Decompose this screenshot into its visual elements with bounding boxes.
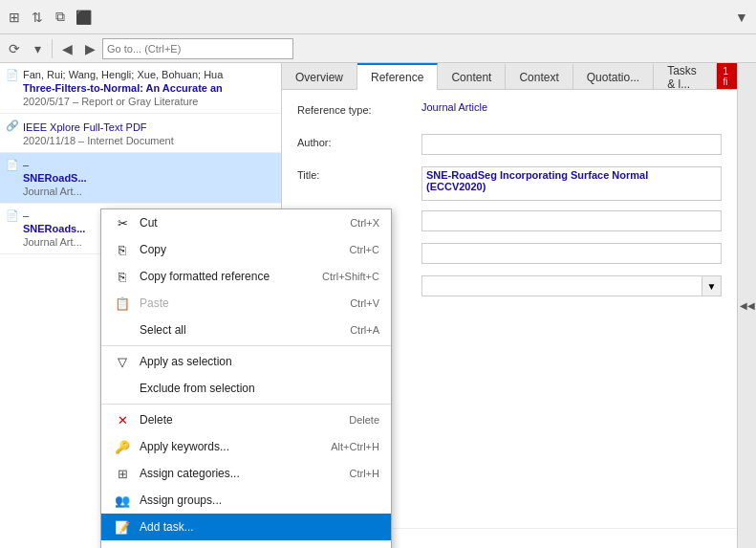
apply-keywords-icon: 🔑 <box>113 437 132 456</box>
list-item[interactable]: 🔗 IEEE Xplore Full-Text PDF 2020/11/18 –… <box>0 114 281 153</box>
tab-context[interactable]: Context <box>506 63 572 90</box>
toolbar-row2: ⟳ ▾ ◀ ▶ <box>0 34 756 63</box>
field-input-collaborators[interactable] <box>421 275 702 296</box>
ctx-sep-1 <box>101 345 391 346</box>
apply-selection-icon: ▽ <box>113 352 132 371</box>
field-label-type: Reference type: <box>297 101 421 116</box>
toolbar-icon-2[interactable]: ⇅ <box>27 7 48 28</box>
ctx-select-all-shortcut: Ctrl+A <box>350 324 379 336</box>
ref-sep-3: – <box>23 159 273 170</box>
copy-icon: ⎘ <box>113 240 132 259</box>
ctx-copy-label: Copy <box>140 243 350 256</box>
tab-quotation[interactable]: Quotatio... <box>573 63 654 90</box>
field-input-author[interactable] <box>421 134 722 155</box>
ctx-delete-shortcut: Delete <box>349 414 379 426</box>
ctx-copy-formatted[interactable]: ⎘ Copy formatted reference Ctrl+Shift+C <box>101 263 391 290</box>
tab-content[interactable]: Content <box>438 63 506 90</box>
right-sidebar: ◀◀ <box>737 63 756 548</box>
field-input-subtitle[interactable] <box>421 210 722 231</box>
ref-date-2: 2020/11/18 – Internet Document <box>23 135 273 146</box>
ref-title-1: Three-Filters-to-Normal: An Accurate an <box>23 82 273 94</box>
field-value-type: Journal Article <box>421 101 722 113</box>
ctx-copy-formatted-label: Copy formatted reference <box>140 270 322 283</box>
field-label-title: Title: <box>297 166 421 181</box>
ctx-apply-keywords-shortcut: Alt+Ctrl+H <box>331 441 379 452</box>
ctx-assign-groups-label: Assign groups... <box>140 493 379 507</box>
cut-icon: ✂ <box>113 213 132 232</box>
ref-title-3: SNERoadS... <box>23 172 273 184</box>
ctx-exclude-selection-label: Exclude from selection <box>140 382 379 395</box>
toolbar-sep <box>52 39 53 58</box>
ctx-select-all[interactable]: Select all Ctrl+A <box>101 317 391 343</box>
ctx-assign-categories-label: Assign categories... <box>140 467 350 480</box>
ctx-exclude-selection[interactable]: Exclude from selection <box>101 375 391 402</box>
ref-date-1: 2020/5/17 – Report or Gray Literature <box>23 96 273 107</box>
list-item[interactable]: 📄 – SNERoadS... Journal Art... <box>0 153 281 204</box>
ctx-sep-2 <box>101 404 391 405</box>
ctx-cut-label: Cut <box>140 216 350 230</box>
ctx-assign-groups[interactable]: 👥 Assign groups... <box>101 487 391 514</box>
ctx-select-all-label: Select all <box>140 323 350 337</box>
add-task-icon: 📝 <box>113 517 132 537</box>
ref-title-2: IEEE Xplore Full-Text PDF <box>23 121 273 133</box>
toolbar-row1: ⊞ ⇅ ⧉ ⬛ ▼ <box>0 0 756 34</box>
field-row-type: Reference type: Journal Article <box>297 101 722 124</box>
copy-formatted-icon: ⎘ <box>113 267 132 286</box>
paste-icon: 📋 <box>113 294 132 313</box>
ctx-apply-selection-label: Apply as selection <box>140 355 379 368</box>
ctx-assign-categories[interactable]: ⊞ Assign categories... Ctrl+H <box>101 460 391 487</box>
nav-back-button[interactable]: ◀ <box>56 38 77 59</box>
ctx-apply-keywords-label: Apply keywords... <box>140 440 331 453</box>
ctx-copy[interactable]: ⎘ Copy Ctrl+C <box>101 236 391 263</box>
ref-subtitle-3: Journal Art... <box>23 186 273 197</box>
ctx-red-label[interactable]: Red label ▶ <box>101 540 391 548</box>
toolbar-icon-4[interactable]: ⬛ <box>73 7 94 28</box>
toolbar-icon-1[interactable]: ⊞ <box>4 7 25 28</box>
field-label-author: Author: <box>297 134 421 148</box>
field-row-title: Title: SNE-RoadSeg Incorporating Surface… <box>297 166 722 201</box>
nav-dropdown-button[interactable]: ▾ <box>27 38 48 59</box>
red-label-icon <box>113 544 132 548</box>
tab-tasks[interactable]: Tasks & l... <box>654 63 717 90</box>
context-menu: ✂ Cut Ctrl+X ⎘ Copy Ctrl+C ⎘ Copy format… <box>100 208 392 548</box>
ctx-paste: 📋 Paste Ctrl+V <box>101 290 391 317</box>
right-badge[interactable]: 1 fi <box>717 63 737 89</box>
ctx-apply-keywords[interactable]: 🔑 Apply keywords... Alt+Ctrl+H <box>101 433 391 460</box>
field-collaborators-wrapper: ▼ <box>421 275 722 296</box>
ref-authors-1: Fan, Rui; Wang, Hengli; Xue, Bohuan; Hua <box>23 69 273 80</box>
assign-groups-icon: 👥 <box>113 491 132 510</box>
ctx-add-task[interactable]: 📝 Add task... <box>101 514 391 540</box>
sidebar-collapse-arrow[interactable]: ◀◀ <box>740 296 755 315</box>
nav-fwd-button[interactable]: ▶ <box>79 38 100 59</box>
ctx-cut-shortcut: Ctrl+X <box>350 217 379 229</box>
field-value-title[interactable]: SNE-RoadSeg Incorporating Surface Normal… <box>421 166 722 201</box>
ctx-add-task-label: Add task... <box>140 520 379 534</box>
ctx-assign-categories-shortcut: Ctrl+H <box>350 468 379 479</box>
app-container: ⊞ ⇅ ⧉ ⬛ ▼ ⟳ ▾ ◀ ▶ 📄 Fan, Rui; Wang, Heng… <box>0 0 756 548</box>
list-item[interactable]: 📄 Fan, Rui; Wang, Hengli; Xue, Bohuan; H… <box>0 63 281 114</box>
ref-icon-1: 📄 <box>6 69 19 81</box>
nav-refresh-button[interactable]: ⟳ <box>4 38 25 59</box>
tab-reference[interactable]: Reference <box>357 63 438 90</box>
select-all-icon <box>113 320 132 340</box>
ctx-cut[interactable]: ✂ Cut Ctrl+X <box>101 209 391 236</box>
assign-categories-icon: ⊞ <box>113 464 132 483</box>
ref-icon-3: 📄 <box>6 159 19 171</box>
ctx-copy-formatted-shortcut: Ctrl+Shift+C <box>322 271 379 282</box>
delete-icon: ✕ <box>113 410 132 429</box>
collaborators-dropdown-button[interactable]: ▼ <box>702 275 722 296</box>
go-to-input[interactable] <box>102 38 293 59</box>
ctx-paste-shortcut: Ctrl+V <box>350 297 379 309</box>
ctx-delete-label: Delete <box>140 413 349 427</box>
ref-icon-4: 📄 <box>6 209 19 222</box>
tab-overview[interactable]: Overview <box>282 63 357 90</box>
ctx-copy-shortcut: Ctrl+C <box>350 244 379 255</box>
ctx-paste-label: Paste <box>140 296 350 310</box>
ctx-delete[interactable]: ✕ Delete Delete <box>101 406 391 433</box>
filter-icon[interactable]: ▼ <box>731 7 752 28</box>
exclude-selection-icon <box>113 379 132 398</box>
field-input-title-supplement[interactable] <box>421 243 722 264</box>
field-row-author: Author: <box>297 134 722 157</box>
ctx-apply-selection[interactable]: ▽ Apply as selection <box>101 348 391 375</box>
toolbar-icon-3[interactable]: ⧉ <box>50 7 71 28</box>
